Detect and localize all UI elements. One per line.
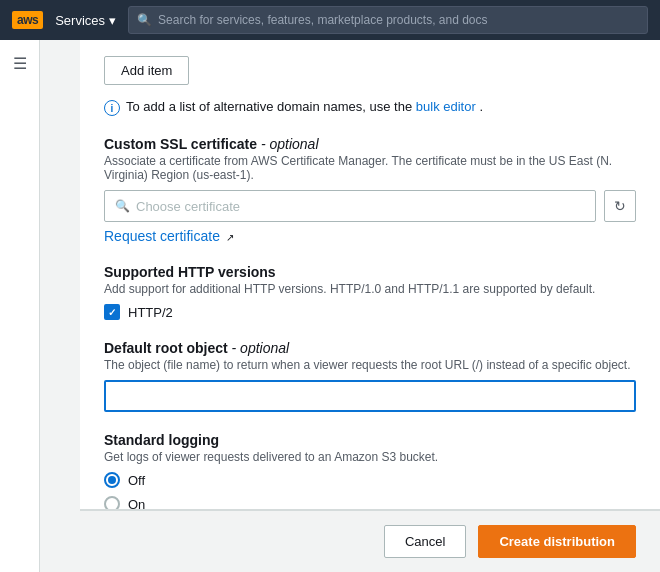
cert-search-icon: 🔍 [115,199,130,213]
standard-logging-title: Standard logging [104,432,636,448]
page-body: ☰ Add item i To add a list of alternativ… [0,40,660,572]
info-icon: i [104,100,120,116]
radio-inner-dot [108,476,116,484]
root-object-desc: The object (file name) to return when a … [104,358,636,372]
standard-logging-radio-group: Off On [104,472,636,509]
ssl-cert-desc: Associate a certificate from AWS Certifi… [104,154,636,182]
root-object-section: Default root object - optional The objec… [104,340,636,412]
refresh-button[interactable]: ↻ [604,190,636,222]
cancel-button[interactable]: Cancel [384,525,466,558]
logging-on-radio[interactable] [104,496,120,509]
request-cert-link[interactable]: Request certificate [104,228,220,244]
external-link-icon: ↗ [226,232,234,243]
aws-logo-text: aws [12,11,43,29]
sidebar-toggle[interactable]: ☰ [0,40,40,572]
logging-on-row: On [104,496,636,509]
http-versions-title: Supported HTTP versions [104,264,636,280]
http-versions-desc: Add support for additional HTTP versions… [104,282,636,296]
search-bar[interactable]: 🔍 Search for services, features, marketp… [128,6,648,34]
root-object-title: Default root object - optional [104,340,636,356]
standard-logging-section: Standard logging Get logs of viewer requ… [104,432,636,509]
logging-off-row: Off [104,472,636,488]
logging-off-label: Off [128,473,145,488]
refresh-icon: ↻ [614,198,626,214]
add-item-button[interactable]: Add item [104,56,189,85]
main-content: Add item i To add a list of alternative … [80,40,660,572]
cert-input-row: 🔍 Choose certificate ↻ [104,190,636,222]
hamburger-icon[interactable]: ☰ [13,54,27,73]
root-object-input[interactable] [104,380,636,412]
http2-checkbox[interactable]: ✓ [104,304,120,320]
services-button[interactable]: Services ▾ [55,13,116,28]
ssl-cert-title: Custom SSL certificate - optional [104,136,636,152]
chevron-down-icon: ▾ [109,13,116,28]
checkmark-icon: ✓ [108,307,116,318]
cert-placeholder: Choose certificate [136,199,240,214]
bulk-editor-link[interactable]: bulk editor [416,99,476,114]
http2-checkbox-row: ✓ HTTP/2 [104,304,636,320]
aws-logo: aws [12,11,43,29]
top-navigation: aws Services ▾ 🔍 Search for services, fe… [0,0,660,40]
info-text: To add a list of alternative domain name… [126,99,483,114]
cert-input[interactable]: 🔍 Choose certificate [104,190,596,222]
footer: Cancel Create distribution [80,510,660,572]
http2-label: HTTP/2 [128,305,173,320]
form-content: Add item i To add a list of alternative … [80,40,660,509]
ssl-cert-section: Custom SSL certificate - optional Associ… [104,136,636,244]
logging-on-label: On [128,497,145,510]
logging-off-radio[interactable] [104,472,120,488]
http-versions-section: Supported HTTP versions Add support for … [104,264,636,320]
info-row: i To add a list of alternative domain na… [104,99,636,116]
search-icon: 🔍 [137,13,152,27]
create-distribution-button[interactable]: Create distribution [478,525,636,558]
request-cert-row: Request certificate ↗ [104,228,636,244]
standard-logging-desc: Get logs of viewer requests delivered to… [104,450,636,464]
